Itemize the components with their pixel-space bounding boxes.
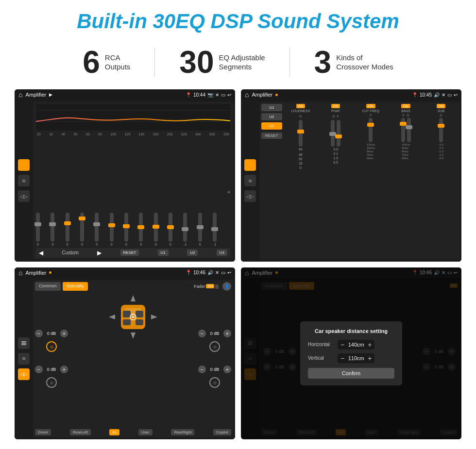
zone-driver-btn[interactable]: Driver xyxy=(35,429,51,435)
dialog-vertical-value: 110cm xyxy=(346,355,366,361)
fader-tab-common[interactable]: Common xyxy=(35,282,61,291)
dsp-reset-btn[interactable]: RESET xyxy=(261,133,282,139)
fader-back-icon[interactable]: ↩ xyxy=(227,270,231,275)
zone-rearleft-btn[interactable]: RearLeft xyxy=(70,429,91,435)
fader-sidebar: ≋ ◁▷ xyxy=(17,280,31,438)
dsp-window-icon: ▭ xyxy=(447,92,452,98)
dialog-horizontal-plus[interactable]: + xyxy=(368,341,372,349)
eq-preset-label: Custom xyxy=(62,250,78,255)
dsp-sub-label: SUB xyxy=(438,109,444,113)
eq-sidebar: ≋ ◁▷ xyxy=(17,102,31,260)
stats-row: 6 RCA Outputs 30 EQ Adjustable Segments … xyxy=(15,47,461,78)
eq-back-icon[interactable]: ↩ xyxy=(227,92,231,98)
dialog-horizontal-value-box: − 140cm + xyxy=(338,340,374,349)
eq-x-icon: ✕ xyxy=(215,92,219,98)
eq-sidebar-btn-wave[interactable]: ≋ xyxy=(18,175,30,186)
svg-marker-5 xyxy=(109,315,115,319)
fader-rr-minus[interactable]: − xyxy=(198,366,206,373)
eq-u1-btn[interactable]: U1 xyxy=(158,249,169,256)
dsp-back-icon[interactable]: ↩ xyxy=(454,92,458,98)
fader-tabs: Common Specialty Fader ON ||| 👤 xyxy=(35,282,231,291)
status-bar-fader: ⌂ Amplifier 📍 10:46 🔊 ✕ ▭ ↩ xyxy=(15,267,235,278)
eq-window-icon: ▭ xyxy=(221,92,225,98)
zone-copilot-btn[interactable]: Copilot xyxy=(213,429,231,435)
fader-location-icon: 📍 xyxy=(186,270,191,275)
dsp-cutfreq-toggle[interactable]: ON xyxy=(366,104,375,108)
fader-right-db: − 0 dB + ◎ − 0 dB + xyxy=(198,293,231,428)
dsp-loudness-toggle[interactable]: ON xyxy=(296,104,306,108)
svg-marker-4 xyxy=(131,333,136,339)
zone-user-btn[interactable]: User xyxy=(138,429,153,435)
fader-time: 10:46 xyxy=(193,270,205,275)
svg-rect-9 xyxy=(123,311,131,317)
eq-camera-icon: 📷 xyxy=(207,92,213,98)
fader-person-icon: 👤 xyxy=(222,282,231,291)
eq-status-icon1: ▶ xyxy=(49,92,52,97)
car-diagram-svg xyxy=(106,293,160,341)
dsp-x-icon: ✕ xyxy=(442,92,445,98)
eq-u3-btn[interactable]: U3 xyxy=(217,249,227,256)
dialog-vertical-minus[interactable]: − xyxy=(340,354,344,362)
eq-reset-btn[interactable]: RESET xyxy=(120,249,139,256)
eq-prev-btn[interactable]: ◀ xyxy=(39,249,43,256)
fader-fl-plus[interactable]: + xyxy=(60,330,68,337)
stat-crossover-line2: Crossover Modes xyxy=(336,62,393,72)
confirm-button[interactable]: Confirm xyxy=(308,368,394,379)
eq-u2-btn[interactable]: U2 xyxy=(187,249,198,256)
dialog-vertical-plus[interactable]: + xyxy=(368,354,372,362)
dsp-phat-toggle[interactable]: ON xyxy=(331,104,340,108)
dialog-horizontal-minus[interactable]: − xyxy=(340,341,344,349)
dialog-vertical-label: Vertical xyxy=(308,355,335,361)
fader-fl-speaker: ◎ xyxy=(46,341,57,352)
fader-on-badge: ON xyxy=(206,284,214,288)
page-title: Built-in 30EQ DSP Sound System xyxy=(77,10,399,33)
fader-tab-specialty[interactable]: Specialty xyxy=(63,282,88,291)
fader-fr-minus[interactable]: − xyxy=(198,330,206,337)
dsp-bass-toggle[interactable]: ON xyxy=(401,104,410,108)
dsp-record-dot xyxy=(275,94,278,96)
dsp-location-icon: 📍 xyxy=(412,92,418,98)
fader-rl-speaker: ◎ xyxy=(46,377,57,388)
dsp-u3-btn[interactable]: U3 xyxy=(261,122,282,130)
dialog-vertical-row: Vertical − 110cm + xyxy=(308,353,394,363)
stat-eq-line1: EQ Adjustable xyxy=(219,53,265,63)
screen-fader: ⌂ Amplifier 📍 10:46 🔊 ✕ ▭ ↩ xyxy=(15,267,235,440)
fader-rr-plus[interactable]: + xyxy=(223,366,231,373)
eq-sidebar-btn-eq[interactable] xyxy=(18,159,30,171)
eq-content: ≋ ◁▷ xyxy=(15,100,235,262)
zone-all-btn[interactable]: All xyxy=(109,429,119,435)
home-icon-fader[interactable]: ⌂ xyxy=(18,269,22,277)
distance-dialog-overlay: Car speaker distance setting Horizontal … xyxy=(241,267,461,440)
eq-main-area: 2532405063 80100125160200 25032040050063… xyxy=(33,102,233,260)
dsp-u2-btn[interactable]: U2 xyxy=(261,113,282,120)
dsp-sidebar-eq-btn[interactable] xyxy=(244,159,256,171)
stat-eq-line2: Segments xyxy=(219,62,265,72)
dsp-sub-toggle[interactable]: ON xyxy=(437,104,446,108)
home-icon-eq[interactable]: ⌂ xyxy=(18,91,22,99)
home-icon-dsp[interactable]: ⌂ xyxy=(245,91,249,99)
eq-sidebar-btn-vol[interactable]: ◁▷ xyxy=(18,190,30,202)
fader-rl-plus[interactable]: + xyxy=(60,366,68,373)
fader-sidebar-vol-btn[interactable]: ◁▷ xyxy=(18,368,30,380)
fader-volume-icon: 🔊 xyxy=(207,270,213,275)
fader-sidebar-eq-btn[interactable] xyxy=(18,337,30,349)
zone-rearright-btn[interactable]: RearRight xyxy=(171,429,194,435)
stat-crossover-line1: Kinds of xyxy=(336,53,393,63)
status-bar-eq: ⌂ Amplifier ▶ 📍 10:44 📷 ✕ ▭ ↩ xyxy=(15,89,235,100)
fader-sidebar-wave-btn[interactable]: ≋ xyxy=(18,353,30,365)
dialog-title: Car speaker distance setting xyxy=(308,328,394,334)
svg-marker-6 xyxy=(151,315,157,319)
dsp-sidebar: ≋ ◁▷ xyxy=(243,102,257,260)
screen-dsp: ⌂ Amplifier 📍 10:45 🔊 ✕ ▭ ↩ xyxy=(241,89,461,262)
dialog-horizontal-label: Horizontal xyxy=(308,342,335,347)
fader-rl-minus[interactable]: − xyxy=(35,366,43,373)
dsp-u1-btn[interactable]: U1 xyxy=(261,104,282,111)
fader-screen-title: Amplifier xyxy=(25,270,46,276)
fader-content: ≋ ◁▷ Common Specialty Fader ON ||| xyxy=(15,278,235,440)
stat-crossover: 3 Kinds of Crossover Modes xyxy=(290,47,418,78)
dsp-sidebar-wave-btn[interactable]: ≋ xyxy=(244,175,256,186)
fader-fl-minus[interactable]: − xyxy=(35,330,43,337)
eq-next-btn[interactable]: ▶ xyxy=(97,249,102,256)
fader-fr-plus[interactable]: + xyxy=(223,330,231,337)
dsp-sidebar-vol-btn[interactable]: ◁▷ xyxy=(244,190,256,202)
